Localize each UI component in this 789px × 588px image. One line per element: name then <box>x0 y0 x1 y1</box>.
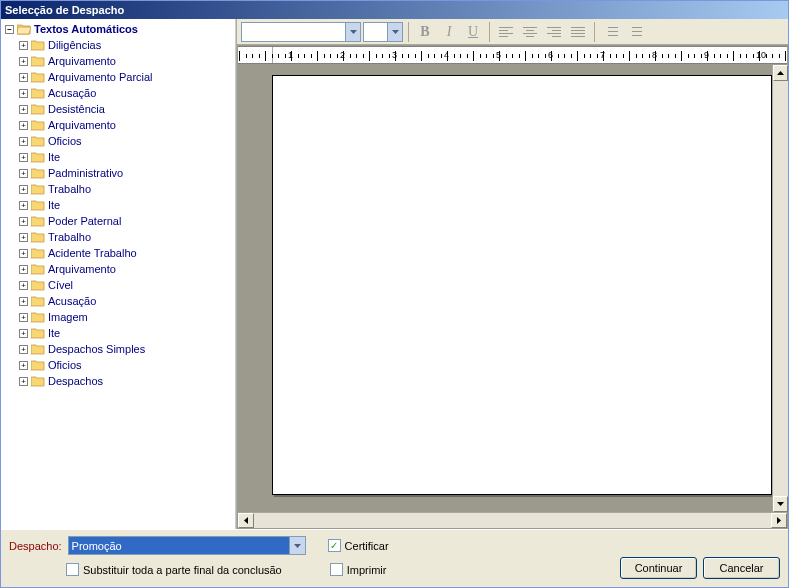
ruler-mark: 10 <box>756 50 766 60</box>
align-left-button[interactable] <box>495 21 517 43</box>
expand-icon[interactable]: + <box>19 121 28 130</box>
scroll-left-icon[interactable] <box>238 513 254 528</box>
italic-button[interactable]: I <box>438 21 460 43</box>
expand-icon[interactable]: + <box>19 265 28 274</box>
tree-item[interactable]: +Arquivamento <box>17 117 235 133</box>
font-size-select[interactable] <box>363 22 403 42</box>
expand-icon[interactable]: + <box>19 137 28 146</box>
tree-root-item[interactable]: − Textos Automáticos <box>3 21 235 37</box>
folder-icon <box>31 263 45 275</box>
expand-icon[interactable]: + <box>19 233 28 242</box>
separator <box>408 22 409 42</box>
expand-icon[interactable]: + <box>19 329 28 338</box>
tree-item[interactable]: +Acusação <box>17 293 235 309</box>
expand-icon[interactable]: + <box>19 361 28 370</box>
tree-item[interactable]: +Trabalho <box>17 229 235 245</box>
expand-icon[interactable]: + <box>19 281 28 290</box>
align-right-button[interactable] <box>543 21 565 43</box>
tree-item-label: Desistência <box>48 103 105 115</box>
expand-icon[interactable]: + <box>19 313 28 322</box>
expand-icon[interactable]: + <box>19 89 28 98</box>
expand-icon[interactable]: + <box>19 73 28 82</box>
horizontal-ruler: 1234567891011121314 <box>238 46 787 64</box>
substituir-checkbox[interactable]: Substituir toda a parte final da conclus… <box>66 563 282 576</box>
expand-icon[interactable]: + <box>19 249 28 258</box>
tree-item[interactable]: +Poder Paternal <box>17 213 235 229</box>
folder-icon <box>31 119 45 131</box>
folder-icon <box>31 103 45 115</box>
folder-icon <box>31 39 45 51</box>
tree-item[interactable]: +Despachos <box>17 373 235 389</box>
scroll-track[interactable] <box>773 81 788 496</box>
expand-icon[interactable]: + <box>19 377 28 386</box>
align-justify-button[interactable] <box>567 21 589 43</box>
cancelar-button[interactable]: Cancelar <box>703 557 780 579</box>
tree-item[interactable]: +Arquivamento <box>17 261 235 277</box>
vertical-scrollbar[interactable] <box>772 65 788 512</box>
tree-item[interactable]: +Ite <box>17 149 235 165</box>
tree-item[interactable]: +Trabalho <box>17 181 235 197</box>
expand-icon[interactable]: + <box>19 153 28 162</box>
tree-item[interactable]: +Padministrativo <box>17 165 235 181</box>
collapse-icon[interactable]: − <box>5 25 14 34</box>
tree-item[interactable]: +Arquivamento <box>17 53 235 69</box>
expand-icon[interactable]: + <box>19 345 28 354</box>
tree-item-label: Acusação <box>48 295 96 307</box>
expand-icon[interactable]: + <box>19 57 28 66</box>
tree-item[interactable]: +Desistência <box>17 101 235 117</box>
folder-icon <box>31 343 45 355</box>
tree-item-label: Arquivamento <box>48 119 116 131</box>
folder-icon <box>31 327 45 339</box>
expand-icon[interactable]: + <box>19 201 28 210</box>
tree-item[interactable]: +Acidente Trabalho <box>17 245 235 261</box>
editor-pane: B I U 1234567891011121314 <box>236 19 788 529</box>
folder-icon <box>31 183 45 195</box>
scroll-up-icon[interactable] <box>773 65 788 81</box>
tree-item[interactable]: +Oficios <box>17 357 235 373</box>
tree-item[interactable]: +Acusação <box>17 85 235 101</box>
tree-item[interactable]: +Oficios <box>17 133 235 149</box>
numbered-list-button[interactable] <box>600 21 622 43</box>
font-select[interactable] <box>241 22 361 42</box>
expand-icon[interactable]: + <box>19 297 28 306</box>
document-scroll[interactable] <box>237 65 772 512</box>
tree-item[interactable]: +Arquivamento Parcial <box>17 69 235 85</box>
tree-item[interactable]: +Imagem <box>17 309 235 325</box>
imprimir-label: Imprimir <box>347 564 387 576</box>
tree-item-label: Ite <box>48 151 60 163</box>
despacho-combo[interactable]: Promoção <box>68 536 306 555</box>
window-titlebar: Selecção de Despacho <box>1 1 788 19</box>
align-center-button[interactable] <box>519 21 541 43</box>
expand-icon[interactable]: + <box>19 217 28 226</box>
certificar-checkbox[interactable]: ✓ Certificar <box>328 539 389 552</box>
tree-item[interactable]: +Despachos Simples <box>17 341 235 357</box>
expand-icon[interactable]: + <box>19 185 28 194</box>
folder-icon <box>31 151 45 163</box>
horizontal-scrollbar[interactable] <box>238 512 787 528</box>
tree-item-label: Acusação <box>48 87 96 99</box>
tree-item[interactable]: +Cível <box>17 277 235 293</box>
tree-item[interactable]: +Ite <box>17 325 235 341</box>
scroll-right-icon[interactable] <box>771 513 787 528</box>
continuar-button[interactable]: Continuar <box>620 557 697 579</box>
tree-item-label: Despachos <box>48 375 103 387</box>
scroll-track[interactable] <box>254 513 771 528</box>
tree-root-label: Textos Automáticos <box>34 23 138 35</box>
scroll-down-icon[interactable] <box>773 496 788 512</box>
tree-item[interactable]: +Diligências <box>17 37 235 53</box>
expand-icon[interactable]: + <box>19 105 28 114</box>
folder-icon <box>31 215 45 227</box>
expand-icon[interactable]: + <box>19 169 28 178</box>
tree-item[interactable]: +Ite <box>17 197 235 213</box>
tree-item-label: Ite <box>48 327 60 339</box>
bullet-list-button[interactable] <box>624 21 646 43</box>
expand-icon[interactable]: + <box>19 41 28 50</box>
chevron-down-icon[interactable] <box>289 537 305 554</box>
tree-item-label: Oficios <box>48 135 82 147</box>
bold-button[interactable]: B <box>414 21 436 43</box>
document-page[interactable] <box>272 75 772 495</box>
tree-item-label: Despachos Simples <box>48 343 145 355</box>
underline-button[interactable]: U <box>462 21 484 43</box>
imprimir-checkbox[interactable]: Imprimir <box>330 563 387 576</box>
certificar-label: Certificar <box>345 540 389 552</box>
